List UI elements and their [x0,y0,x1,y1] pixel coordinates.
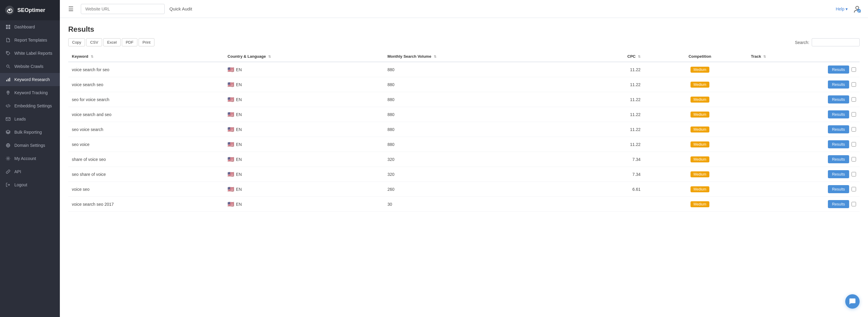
svg-point-7 [7,65,9,67]
results-button[interactable]: Results [828,66,849,74]
results-button[interactable]: Results [828,95,849,103]
sidebar-item-report-templates[interactable]: Report Templates [0,34,60,47]
cell-track: Results [747,137,860,152]
chat-bubble[interactable] [845,294,860,309]
toolbar-copy-button[interactable]: Copy [68,38,85,46]
cell-track: Results [747,92,860,107]
sidebar-item-keyword-research[interactable]: Keyword Research [0,73,60,86]
cell-msv: 320 [384,167,561,182]
cell-competition: Medium [652,107,747,122]
table-header: Keyword ⇅ Country & Language ⇅ Monthly S… [68,51,860,62]
track-checkbox[interactable] [851,82,856,87]
sort-keyword-icon[interactable]: ⇅ [91,55,93,59]
website-url-input[interactable] [81,4,165,14]
sidebar-item-bulk-reporting[interactable]: Bulk Reporting [0,126,60,139]
flag-icon: 🇺🇸 [227,66,234,73]
sort-track-icon[interactable]: ⇅ [763,55,766,59]
th-track: Track ⇅ [747,51,860,62]
toolbar-excel-button[interactable]: Excel [103,38,121,46]
sidebar-item-label-embedding-settings: Embedding Settings [14,103,52,108]
sidebar-item-label-bulk-reporting: Bulk Reporting [14,130,42,135]
results-button[interactable]: Results [828,200,849,208]
cell-country: 🇺🇸 EN [224,77,384,92]
sidebar-item-website-crawls[interactable]: Website Crawls [0,60,60,73]
sidebar-item-embedding-settings[interactable]: Embedding Settings [0,99,60,112]
language-code: EN [236,187,242,192]
seoptimer-logo-icon [5,5,14,15]
sidebar-item-logout[interactable]: Logout [0,178,60,191]
keyword-tracking-icon [5,90,11,95]
track-checkbox[interactable] [851,67,856,72]
table-row: voice seo 🇺🇸 EN 260 6.61 Medium Results [68,182,860,197]
results-button[interactable]: Results [828,185,849,193]
results-button[interactable]: Results [828,140,849,148]
svg-point-14 [7,158,9,160]
flag-icon: 🇺🇸 [227,156,234,163]
sidebar-item-white-label[interactable]: White Label Reports [0,47,60,60]
th-keyword: Keyword ⇅ [68,51,224,62]
user-account-icon[interactable] [852,4,862,14]
toolbar-pdf-button[interactable]: PDF [122,38,137,46]
cell-competition: Medium [652,92,747,107]
track-checkbox[interactable] [851,142,856,146]
sidebar-item-api[interactable]: API [0,165,60,178]
sidebar-item-label-domain-settings: Domain Settings [14,143,45,148]
cell-country: 🇺🇸 EN [224,92,384,107]
track-checkbox[interactable] [851,157,856,162]
sidebar-item-keyword-tracking[interactable]: Keyword Tracking [0,86,60,99]
sort-cpc-icon[interactable]: ⇅ [638,55,641,59]
results-button[interactable]: Results [828,155,849,163]
svg-rect-2 [6,25,8,27]
cell-country: 🇺🇸 EN [224,167,384,182]
cell-competition: Medium [652,77,747,92]
cell-competition: Medium [652,167,747,182]
language-code: EN [236,127,242,132]
table-row: share of voice seo 🇺🇸 EN 320 7.34 Medium… [68,152,860,167]
sidebar-item-my-account[interactable]: My Account [0,152,60,165]
cell-cpc [561,197,653,212]
sort-country-icon[interactable]: ⇅ [268,55,271,59]
results-button[interactable]: Results [828,125,849,133]
search-input[interactable] [812,38,860,46]
cell-keyword: seo voice [68,137,224,152]
cell-competition: Medium [652,182,747,197]
track-checkbox[interactable] [851,127,856,132]
hamburger-menu[interactable]: ☰ [66,4,76,14]
cell-track: Results [747,77,860,92]
sidebar-item-label-keyword-tracking: Keyword Tracking [14,90,48,95]
cell-country: 🇺🇸 EN [224,122,384,137]
table-body: voice search for seo 🇺🇸 EN 880 11.22 Med… [68,62,860,212]
quick-audit-label: Quick Audit [169,6,192,11]
language-code: EN [236,82,242,87]
toolbar-print-button[interactable]: Print [138,38,154,46]
sidebar-item-label-keyword-research: Keyword Research [14,77,50,82]
toolbar-csv-button[interactable]: CSV [86,38,102,46]
track-checkbox[interactable] [851,112,856,117]
flag-icon: 🇺🇸 [227,201,234,208]
user-svg-icon [853,5,861,13]
sidebar-item-label-report-templates: Report Templates [14,38,47,42]
track-checkbox[interactable] [851,97,856,102]
cell-msv: 260 [384,182,561,197]
cell-competition: Medium [652,197,747,212]
language-code: EN [236,202,242,207]
sidebar-item-leads[interactable]: Leads [0,112,60,126]
help-button[interactable]: Help ▾ [836,7,848,11]
dashboard-icon [5,24,11,30]
cell-cpc: 11.22 [561,92,653,107]
sidebar-item-domain-settings[interactable]: Domain Settings [0,139,60,152]
sidebar-item-label-logout: Logout [14,182,27,187]
help-label: Help [836,7,844,11]
cell-keyword: share of voice seo [68,152,224,167]
sidebar-item-dashboard[interactable]: Dashboard [0,20,60,34]
results-button[interactable]: Results [828,110,849,118]
language-code: EN [236,97,242,102]
track-checkbox[interactable] [851,187,856,191]
sidebar-navigation: DashboardReport TemplatesWhite Label Rep… [0,20,60,317]
cell-cpc: 11.22 [561,62,653,77]
results-button[interactable]: Results [828,80,849,89]
results-button[interactable]: Results [828,170,849,178]
track-checkbox[interactable] [851,172,856,176]
sort-msv-icon[interactable]: ⇅ [434,55,436,59]
track-checkbox[interactable] [851,202,856,206]
